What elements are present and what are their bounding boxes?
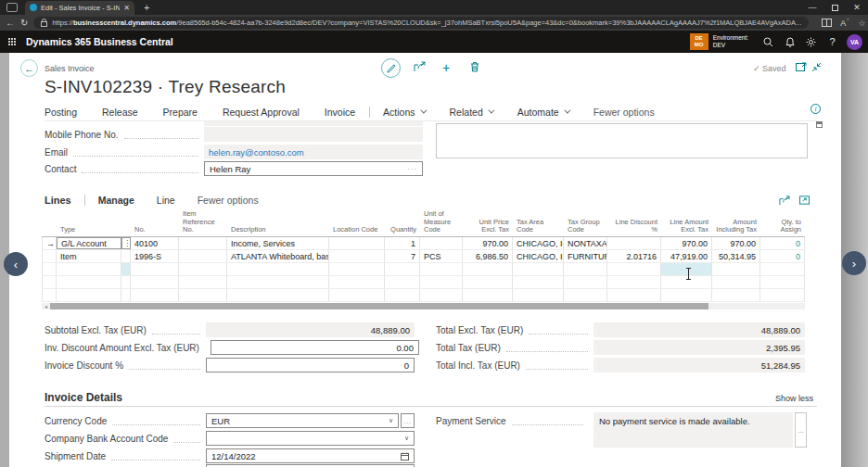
row-menu-icon[interactable]: ⋮ (121, 237, 131, 249)
cell-uom[interactable] (420, 289, 463, 301)
cell-no[interactable]: 1996-S (131, 250, 179, 262)
cell-line-amount[interactable]: 970.00 (661, 237, 712, 249)
cell-qty-assign[interactable] (760, 289, 805, 301)
cell-amount-incl[interactable]: 970.00 (712, 237, 760, 249)
lines-open-in-new-icon[interactable] (799, 196, 810, 206)
cell-type[interactable]: Item (57, 250, 121, 262)
email-link[interactable]: helen.ray@contoso.com (209, 147, 304, 158)
cell-tax-area[interactable]: CHICAGO, IL (513, 237, 564, 249)
previous-record-button[interactable]: ‹ (4, 252, 28, 276)
tab-close-icon[interactable]: ✕ (123, 4, 130, 12)
cell-description[interactable]: Income, Services (227, 237, 329, 249)
scroll-left-icon[interactable]: ◂ (42, 303, 50, 309)
cell-type[interactable] (57, 263, 121, 275)
cell-unit-price[interactable] (463, 263, 513, 275)
cell-rowmenu[interactable] (121, 250, 131, 262)
cell-line-amount[interactable]: 47,919.00 (661, 250, 712, 262)
new-tab-button[interactable]: + (144, 2, 149, 13)
cell-tax-area[interactable] (513, 276, 564, 288)
info-icon[interactable]: i (811, 104, 821, 114)
col-amount-including-tax[interactable]: Amount Including Tax (712, 219, 760, 236)
tab-layout-icon[interactable] (6, 3, 18, 12)
delete-trash-button[interactable] (470, 61, 479, 72)
cell-unit-price[interactable]: 6,986.50 (463, 250, 513, 262)
col-quantity[interactable]: Quantity (385, 226, 420, 236)
notifications-bell-icon[interactable] (779, 31, 800, 53)
currency-code-field[interactable]: EUR∨ (206, 413, 399, 428)
payment-service-field[interactable]: No payment service is made available. (594, 412, 793, 448)
col-description[interactable]: Description (227, 226, 329, 236)
cell-unit-price[interactable] (463, 289, 513, 301)
payment-service-assist-button[interactable]: ... (795, 412, 807, 448)
favorites-star-icon[interactable]: ☆ (859, 19, 866, 28)
cell-rowmenu[interactable] (121, 289, 131, 301)
app-title[interactable]: Dynamics 365 Business Central (26, 36, 173, 47)
mobile-phone-field[interactable] (204, 127, 423, 142)
col-item-reference-no[interactable]: Item Reference No. (179, 210, 227, 236)
invoice-discount-pct-field[interactable]: 0 (206, 358, 415, 372)
back-icon[interactable]: ← (6, 18, 15, 28)
chevron-down-icon[interactable]: ∨ (389, 417, 393, 424)
horizontal-scrollbar[interactable]: ◂ (42, 303, 805, 309)
menu-actions[interactable]: Actions (383, 107, 424, 118)
cell-tax-group[interactable]: NONTAXABLE (564, 237, 607, 249)
read-aloud-icon[interactable]: A⌃ (840, 18, 849, 28)
cell-amount-incl[interactable] (712, 276, 760, 288)
cell-description[interactable]: ATLANTA Whiteboard, base (227, 250, 329, 262)
menu-prepare[interactable]: Prepare (163, 107, 198, 118)
cell-location[interactable] (329, 250, 385, 262)
cell-type[interactable] (57, 276, 121, 288)
collapse-icon[interactable] (811, 62, 822, 72)
cell-location[interactable] (329, 276, 385, 288)
company-bank-field[interactable]: ∨ (206, 431, 415, 446)
cell-tax-group[interactable] (564, 289, 607, 301)
shipment-date-field[interactable]: 12/14/2022 (206, 448, 415, 463)
address-bar[interactable]: https://businesscentral.dynamics.com/9ea… (33, 17, 809, 29)
cell-line-discount[interactable] (607, 276, 661, 288)
email-field[interactable]: helen.ray@contoso.com (204, 145, 423, 159)
cell-uom[interactable] (420, 237, 463, 249)
cell-qty-assign[interactable]: 0 (760, 237, 805, 249)
cell-location[interactable] (329, 237, 385, 249)
col-line-amount[interactable]: Line Amount Excl. Tax (661, 219, 712, 236)
cell-line-discount[interactable]: 2.01716 (607, 250, 661, 262)
search-icon[interactable] (758, 31, 779, 53)
contact-assist-icon[interactable]: ··· (407, 165, 417, 173)
cell-qty-assign[interactable]: 0 (760, 250, 805, 262)
cell-no[interactable] (131, 276, 179, 288)
cell-no[interactable] (131, 263, 179, 275)
cell-description[interactable] (227, 263, 329, 275)
show-less-link[interactable]: Show less (775, 394, 813, 403)
col-type[interactable]: Type (57, 226, 121, 236)
lines-menu-fewer-options[interactable]: Fewer options (198, 195, 259, 206)
cell-quantity[interactable]: 7 (385, 250, 420, 262)
cell-item-ref[interactable] (179, 263, 227, 275)
cell-unit-price[interactable]: 970.00 (463, 237, 513, 249)
cell-item-ref[interactable] (179, 289, 227, 301)
open-in-window-icon[interactable] (796, 62, 807, 71)
cell-type[interactable] (57, 289, 121, 301)
menu-posting[interactable]: Posting (45, 107, 77, 118)
cell-qty-assign[interactable] (760, 276, 805, 288)
chevron-down-icon[interactable]: ∨ (404, 435, 409, 442)
new-document-button[interactable]: + (442, 60, 450, 75)
cell-uom[interactable]: PCS (420, 250, 463, 262)
cell-tax-group[interactable] (564, 263, 607, 275)
menu-fewer-options[interactable]: Fewer options (594, 107, 655, 118)
col-tax-group[interactable]: Tax Group Code (564, 219, 607, 236)
col-tax-area[interactable]: Tax Area Code (513, 219, 564, 236)
cell-line-discount[interactable] (607, 237, 661, 249)
window-minimize-button[interactable]: — (801, 0, 823, 15)
cell-unit-price[interactable] (463, 276, 513, 288)
window-maximize-button[interactable] (823, 0, 846, 15)
menu-automate[interactable]: Automate (517, 107, 568, 118)
cell-location[interactable] (329, 289, 385, 301)
cell-quantity[interactable]: 1 (385, 237, 420, 249)
cell-item-ref[interactable] (179, 237, 227, 249)
cell-tax-area[interactable] (513, 263, 564, 275)
cell-uom[interactable] (420, 276, 463, 288)
next-record-button[interactable]: › (842, 251, 866, 275)
cell-qty-assign[interactable] (760, 263, 805, 275)
col-qty-to-assign[interactable]: Qty. to Assign (760, 219, 805, 236)
cell-description[interactable] (227, 289, 329, 301)
